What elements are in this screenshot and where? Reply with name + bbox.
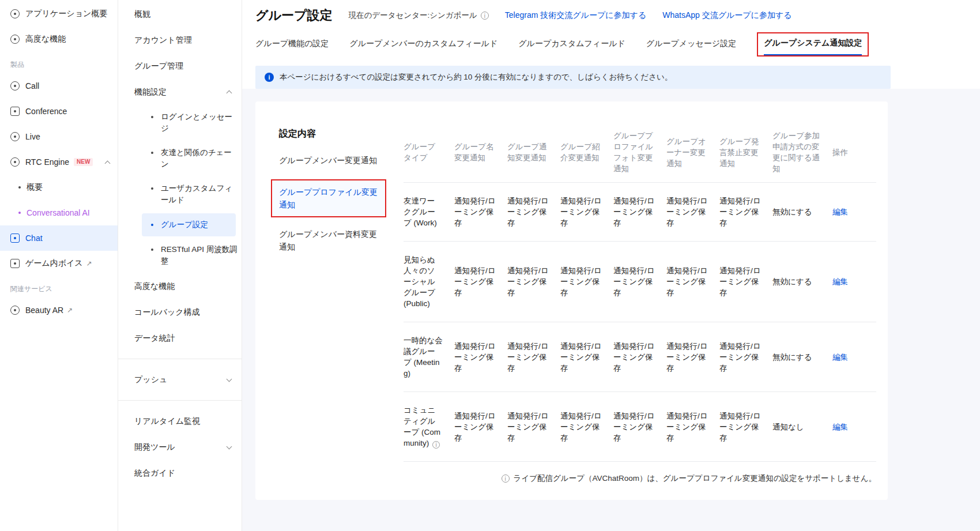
sidebar-item-beauty-ar[interactable]: Beauty AR: [0, 297, 118, 323]
sidebar-item-label: RTC Engine: [25, 157, 69, 167]
nav-item-label: リアルタイム監視: [134, 416, 200, 427]
nav-item-data-statistics[interactable]: データ統計: [118, 325, 242, 351]
sidebar-item-label: Conversational AI: [27, 208, 90, 217]
cell-notification-setting: 通知発行/ローミング保存: [560, 183, 613, 242]
chevron-down-icon[interactable]: [227, 376, 232, 382]
sidebar-item-game-voice[interactable]: ゲーム内ボイス: [0, 251, 118, 276]
tab-group-message-settings[interactable]: グループメッセージ設定: [646, 39, 736, 57]
divider: [118, 400, 242, 401]
settings-item-profile-change-notification[interactable]: グループプロファイル変更通知: [271, 179, 386, 217]
whatsapp-group-link[interactable]: WhatsApp 交流グループに参加する: [662, 10, 791, 21]
datacenter-info: 現在のデータセンター:シンガポール: [349, 10, 489, 21]
cell-notification-setting: 通知発行/ローミング保存: [507, 183, 560, 242]
bullet-icon: [151, 187, 153, 190]
cell-notification-setting: 通知発行/ローミング保存: [719, 322, 772, 392]
table-footnote: ライブ配信グループ（AVChatRoom）は、グループプロファイル変更通知の設定…: [404, 473, 876, 484]
settings-item-member-change-notification[interactable]: グループメンバー変更通知: [279, 154, 382, 167]
nav-item-user-custom-fields[interactable]: ユーザカスタムフィールド: [151, 176, 242, 212]
edit-link[interactable]: 編集: [832, 353, 848, 361]
bullet-icon: [18, 186, 21, 189]
cell-notification-setting: 通知発行/ローミング保存: [507, 392, 560, 462]
nav-item-group-management[interactable]: グループ管理: [118, 53, 242, 79]
nav-item-feature-settings[interactable]: 機能設定: [118, 79, 242, 105]
cell-join-option-setting: 無効にする: [772, 322, 832, 392]
new-badge: NEW: [74, 158, 93, 166]
nav-item-friend-relation[interactable]: 友達と関係のチェーン: [151, 141, 242, 176]
edit-link[interactable]: 編集: [832, 277, 848, 286]
live-broadcast-icon: [10, 132, 20, 141]
settings-item-member-profile-change-notification[interactable]: グループメンバー資料変更通知: [279, 228, 382, 253]
sidebar-item-chat[interactable]: Chat: [0, 225, 118, 251]
info-icon[interactable]: [481, 12, 489, 20]
edit-link[interactable]: 編集: [832, 208, 848, 216]
beauty-ar-icon: [10, 306, 20, 315]
sidebar-item-live[interactable]: Live: [0, 124, 118, 149]
nav-item-integration-guide[interactable]: 統合ガイド: [118, 460, 242, 486]
tab-group-feature-settings[interactable]: グループ機能の設定: [255, 39, 329, 57]
settings-nav: 設定内容 グループメンバー変更通知 グループプロファイル変更通知 グループメンバ…: [279, 128, 404, 484]
cell-notification-setting: 通知発行/ローミング保存: [507, 322, 560, 392]
info-icon: [502, 474, 510, 483]
col-header-owner-change: グループオーナー変更通知: [666, 128, 719, 183]
tab-group-system-notification-settings[interactable]: グループシステム通知設定: [764, 38, 862, 55]
nav-item-advanced-features[interactable]: 高度な機能: [118, 273, 242, 299]
tab-bar: グループ機能の設定 グループメンバーのカスタムフィールド グループカスタムフィー…: [255, 31, 980, 57]
table-row-work: 友達ワークグループ (Work) 通知発行/ローミング保存 通知発行/ローミング…: [404, 183, 876, 242]
app-overview-icon: [10, 9, 20, 18]
nav-item-overview[interactable]: 概観: [118, 1, 242, 27]
sidebar-item-advanced-features[interactable]: 高度な機能: [0, 27, 118, 52]
nav-item-dev-tools[interactable]: 開発ツール: [118, 434, 242, 460]
col-header-mute-change: グループ発言禁止変更通知: [719, 128, 772, 183]
cell-notification-setting: 通知発行/ローミング保存: [719, 183, 772, 242]
annotation-highlight-tab: グループシステム通知設定: [757, 32, 869, 57]
sidebar-item-rtc-engine[interactable]: RTC Engine NEW: [0, 149, 118, 175]
nav-item-label: 開発ツール: [134, 442, 175, 453]
tab-member-custom-fields[interactable]: グループメンバーのカスタムフィールド: [349, 39, 497, 57]
nav-item-label: データ統計: [134, 333, 175, 344]
card-body: 設定内容 グループメンバー変更通知 グループプロファイル変更通知 グループメンバ…: [279, 128, 876, 484]
game-voice-icon: [10, 259, 20, 268]
sidebar-item-conversational-ai[interactable]: Conversational AI: [0, 200, 118, 225]
tab-group-custom-fields[interactable]: グループカスタムフィールド: [518, 39, 625, 57]
nav-item-push[interactable]: プッシュ: [118, 367, 242, 393]
sidebar-item-conference[interactable]: Conference: [0, 99, 118, 124]
col-header-notice-change: グループ通知変更通知: [507, 128, 560, 183]
nav-item-realtime-monitor[interactable]: リアルタイム監視: [118, 408, 242, 434]
sidebar-item-app-overview[interactable]: アプリケーション概要: [0, 1, 118, 27]
cell-join-option-setting: 無効にする: [772, 183, 832, 242]
notification-table: グループタイプ グループ名変更通知 グループ通知変更通知 グループ紹介変更通知 …: [404, 128, 876, 462]
conference-icon: [10, 107, 20, 116]
advanced-features-icon: [10, 35, 20, 44]
bullet-icon: [18, 212, 21, 214]
telegram-group-link[interactable]: Telegram 技術交流グループに参加する: [505, 10, 646, 21]
content-region: 設定内容 グループメンバー変更通知 グループプロファイル変更通知 グループメンバ…: [242, 89, 980, 531]
sidebar-item-label: 高度な機能: [25, 34, 66, 44]
nav-item-login-message[interactable]: ログインとメッセージ: [151, 105, 242, 141]
table-row-public: 見知らぬ人々のソーシャルグループ (Public) 通知発行/ローミング保存 通…: [404, 242, 876, 322]
cell-notification-setting: 通知発行/ローミング保存: [454, 392, 507, 462]
divider: [118, 359, 242, 359]
nav-item-callback-config[interactable]: コールバック構成: [118, 299, 242, 325]
chevron-up-icon[interactable]: [227, 91, 232, 96]
chevron-up-icon[interactable]: [105, 160, 111, 166]
sidebar-item-label: アプリケーション概要: [25, 9, 107, 19]
sidebar-item-rtc-overview[interactable]: 概要: [0, 175, 118, 200]
nav-item-account-management[interactable]: アカウント管理: [118, 27, 242, 53]
cell-notification-setting: 通知発行/ローミング保存: [560, 242, 613, 322]
nav-item-label: ログインとメッセージ: [161, 111, 238, 134]
nav-item-label: グループ設定: [161, 219, 208, 231]
chevron-down-icon[interactable]: [227, 443, 232, 449]
nav-item-group-settings[interactable]: グループ設定: [142, 213, 236, 236]
bullet-icon: [151, 224, 153, 226]
table-row-meeting: 一時的な会議グループ (Meeting) 通知発行/ローミング保存 通知発行/ロ…: [404, 322, 876, 392]
nav-item-label: ユーザカスタムフィールド: [161, 183, 238, 206]
nav-item-restful-api[interactable]: RESTful API 周波数調整: [151, 238, 242, 273]
cell-actions: 編集: [832, 322, 876, 392]
cell-notification-setting: 通知発行/ローミング保存: [666, 392, 719, 462]
sidebar-item-call[interactable]: Call: [0, 73, 118, 99]
info-icon[interactable]: [432, 441, 440, 449]
table-header-row: グループタイプ グループ名変更通知 グループ通知変更通知 グループ紹介変更通知 …: [404, 128, 876, 183]
edit-link[interactable]: 編集: [832, 423, 848, 431]
cell-notification-setting: 通知発行/ローミング保存: [666, 322, 719, 392]
nav-item-label: 概観: [134, 9, 150, 20]
